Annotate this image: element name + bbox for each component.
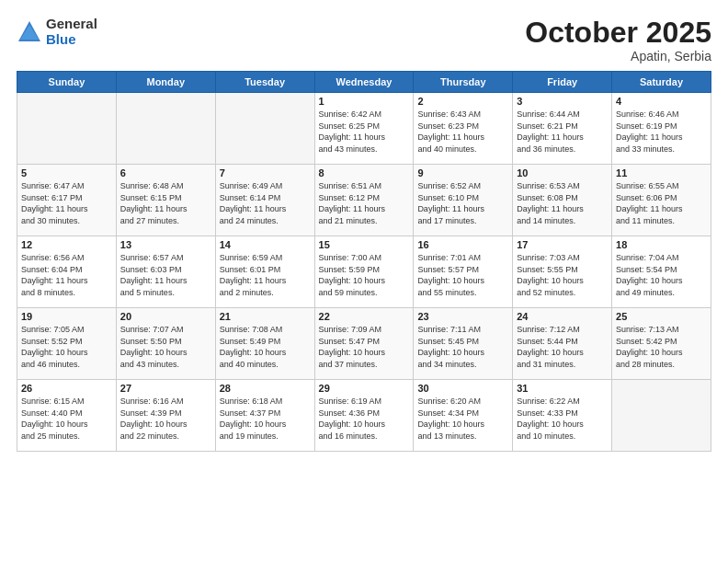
day-cell-15: 15Sunrise: 7:00 AM Sunset: 5:59 PM Dayli… [314,236,414,308]
day-number: 24 [517,311,608,322]
day-info: Sunrise: 7:13 AM Sunset: 5:42 PM Dayligh… [616,324,707,370]
day-cell-19: 19Sunrise: 7:05 AM Sunset: 5:52 PM Dayli… [17,308,117,380]
day-info: Sunrise: 7:03 AM Sunset: 5:55 PM Dayligh… [517,252,608,298]
day-info: Sunrise: 6:53 AM Sunset: 6:08 PM Dayligh… [517,180,608,226]
day-number: 11 [616,167,707,178]
day-number: 20 [120,311,211,322]
day-number: 1 [319,96,410,107]
day-info: Sunrise: 7:05 AM Sunset: 5:52 PM Dayligh… [21,324,112,370]
day-cell-8: 8Sunrise: 6:51 AM Sunset: 6:12 PM Daylig… [314,165,414,236]
day-number: 23 [417,311,508,322]
weekday-header-row: SundayMondayTuesdayWednesdayThursdayFrid… [17,72,711,93]
day-cell-30: 30Sunrise: 6:20 AM Sunset: 4:34 PM Dayli… [414,380,513,452]
day-info: Sunrise: 6:16 AM Sunset: 4:39 PM Dayligh… [120,396,211,442]
weekday-header-saturday: Saturday [612,72,711,93]
calendar-table: SundayMondayTuesdayWednesdayThursdayFrid… [17,71,711,452]
day-cell-21: 21Sunrise: 7:08 AM Sunset: 5:49 PM Dayli… [215,308,314,380]
day-info: Sunrise: 7:04 AM Sunset: 5:54 PM Dayligh… [616,252,707,298]
day-cell-4: 4Sunrise: 6:46 AM Sunset: 6:19 PM Daylig… [612,93,711,165]
day-cell-12: 12Sunrise: 6:56 AM Sunset: 6:04 PM Dayli… [17,236,117,308]
title-block: October 2025 Apatin, Serbia [525,17,711,63]
day-info: Sunrise: 6:52 AM Sunset: 6:10 PM Dayligh… [417,180,508,226]
day-number: 2 [417,96,508,107]
day-cell-10: 10Sunrise: 6:53 AM Sunset: 6:08 PM Dayli… [513,165,612,236]
day-number: 7 [220,167,311,178]
logo-icon [17,19,42,45]
week-row-3: 12Sunrise: 6:56 AM Sunset: 6:04 PM Dayli… [17,236,711,308]
day-number: 10 [517,167,608,178]
day-info: Sunrise: 6:47 AM Sunset: 6:17 PM Dayligh… [21,180,112,226]
day-info: Sunrise: 6:49 AM Sunset: 6:14 PM Dayligh… [220,180,311,226]
day-number: 5 [21,167,112,178]
day-info: Sunrise: 6:57 AM Sunset: 6:03 PM Dayligh… [120,252,211,298]
day-cell-24: 24Sunrise: 7:12 AM Sunset: 5:44 PM Dayli… [513,308,612,380]
day-cell-22: 22Sunrise: 7:09 AM Sunset: 5:47 PM Dayli… [314,308,414,380]
day-number: 30 [417,383,508,394]
day-number: 15 [319,239,410,250]
day-cell-18: 18Sunrise: 7:04 AM Sunset: 5:54 PM Dayli… [612,236,711,308]
day-cell-2: 2Sunrise: 6:43 AM Sunset: 6:23 PM Daylig… [414,93,513,165]
logo-text: General Blue [46,17,97,47]
day-number: 29 [319,383,410,394]
day-cell-25: 25Sunrise: 7:13 AM Sunset: 5:42 PM Dayli… [612,308,711,380]
day-number: 14 [220,239,311,250]
day-cell-11: 11Sunrise: 6:55 AM Sunset: 6:06 PM Dayli… [612,165,711,236]
day-cell-28: 28Sunrise: 6:18 AM Sunset: 4:37 PM Dayli… [215,380,314,452]
empty-cell [215,93,314,165]
day-number: 28 [220,383,311,394]
weekday-header-friday: Friday [513,72,612,93]
day-number: 19 [21,311,112,322]
day-info: Sunrise: 6:20 AM Sunset: 4:34 PM Dayligh… [417,396,508,442]
month-title: October 2025 [525,17,711,49]
day-info: Sunrise: 6:19 AM Sunset: 4:36 PM Dayligh… [319,396,410,442]
day-number: 3 [517,96,608,107]
weekday-header-monday: Monday [116,72,215,93]
day-number: 17 [517,239,608,250]
empty-cell [17,93,117,165]
day-info: Sunrise: 7:07 AM Sunset: 5:50 PM Dayligh… [120,324,211,370]
week-row-2: 5Sunrise: 6:47 AM Sunset: 6:17 PM Daylig… [17,165,711,236]
day-info: Sunrise: 6:18 AM Sunset: 4:37 PM Dayligh… [220,396,311,442]
day-info: Sunrise: 6:56 AM Sunset: 6:04 PM Dayligh… [21,252,112,298]
weekday-header-tuesday: Tuesday [215,72,314,93]
day-cell-3: 3Sunrise: 6:44 AM Sunset: 6:21 PM Daylig… [513,93,612,165]
day-info: Sunrise: 6:44 AM Sunset: 6:21 PM Dayligh… [517,109,608,155]
day-number: 31 [517,383,608,394]
logo: General Blue [17,17,97,47]
week-row-4: 19Sunrise: 7:05 AM Sunset: 5:52 PM Dayli… [17,308,711,380]
day-cell-1: 1Sunrise: 6:42 AM Sunset: 6:25 PM Daylig… [314,93,414,165]
day-info: Sunrise: 7:01 AM Sunset: 5:57 PM Dayligh… [417,252,508,298]
day-cell-27: 27Sunrise: 6:16 AM Sunset: 4:39 PM Dayli… [116,380,215,452]
day-info: Sunrise: 7:08 AM Sunset: 5:49 PM Dayligh… [220,324,311,370]
day-info: Sunrise: 6:51 AM Sunset: 6:12 PM Dayligh… [319,180,410,226]
day-cell-7: 7Sunrise: 6:49 AM Sunset: 6:14 PM Daylig… [215,165,314,236]
day-info: Sunrise: 7:00 AM Sunset: 5:59 PM Dayligh… [319,252,410,298]
day-cell-6: 6Sunrise: 6:48 AM Sunset: 6:15 PM Daylig… [116,165,215,236]
day-info: Sunrise: 7:11 AM Sunset: 5:45 PM Dayligh… [417,324,508,370]
svg-marker-1 [20,25,39,40]
day-number: 25 [616,311,707,322]
day-info: Sunrise: 6:15 AM Sunset: 4:40 PM Dayligh… [21,396,112,442]
empty-cell [612,380,711,452]
day-cell-14: 14Sunrise: 6:59 AM Sunset: 6:01 PM Dayli… [215,236,314,308]
weekday-header-wednesday: Wednesday [314,72,414,93]
day-number: 26 [21,383,112,394]
day-number: 13 [120,239,211,250]
day-number: 16 [417,239,508,250]
day-number: 22 [319,311,410,322]
day-number: 18 [616,239,707,250]
day-number: 8 [319,167,410,178]
day-number: 4 [616,96,707,107]
day-number: 12 [21,239,112,250]
day-cell-13: 13Sunrise: 6:57 AM Sunset: 6:03 PM Dayli… [116,236,215,308]
page-header: General Blue October 2025 Apatin, Serbia [17,17,711,63]
week-row-5: 26Sunrise: 6:15 AM Sunset: 4:40 PM Dayli… [17,380,711,452]
location: Apatin, Serbia [525,49,711,63]
day-info: Sunrise: 7:12 AM Sunset: 5:44 PM Dayligh… [517,324,608,370]
day-cell-5: 5Sunrise: 6:47 AM Sunset: 6:17 PM Daylig… [17,165,117,236]
day-info: Sunrise: 6:48 AM Sunset: 6:15 PM Dayligh… [120,180,211,226]
day-info: Sunrise: 6:22 AM Sunset: 4:33 PM Dayligh… [517,396,608,442]
day-number: 21 [220,311,311,322]
day-cell-16: 16Sunrise: 7:01 AM Sunset: 5:57 PM Dayli… [414,236,513,308]
day-info: Sunrise: 6:59 AM Sunset: 6:01 PM Dayligh… [220,252,311,298]
